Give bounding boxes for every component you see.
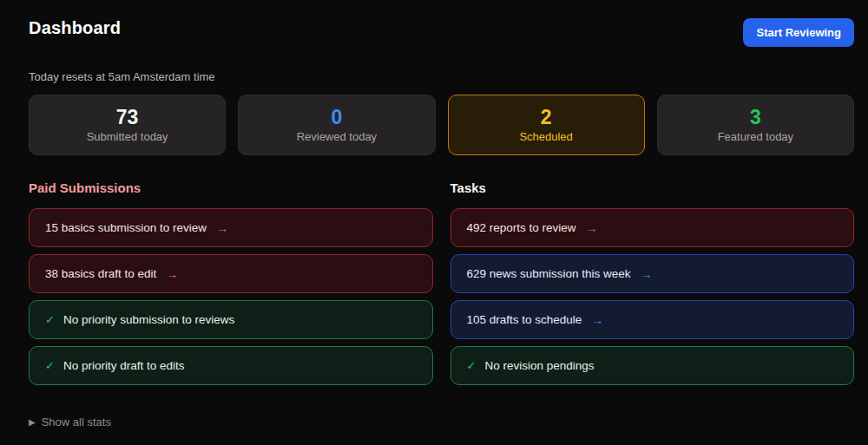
stat-value-submitted: 73 (116, 108, 139, 128)
stat-card-reviewed: 0 Reviewed today (238, 95, 435, 155)
header: Dashboard Start Reviewing (29, 18, 854, 47)
list-item-no-priority-draft: ✓ No priority draft to edits (29, 346, 433, 385)
stat-label-reviewed: Reviewed today (297, 130, 378, 143)
list-item-label: 15 basics submission to review (45, 221, 207, 234)
triangle-right-icon: ▶ (29, 417, 36, 427)
arrow-right-icon: → (641, 267, 653, 281)
list-item-label: 492 reports to review (467, 221, 576, 234)
check-icon: ✓ (45, 359, 55, 372)
list-item-no-revision-pending: ✓ No revision pendings (450, 346, 855, 385)
arrow-right-icon: → (216, 221, 228, 235)
arrow-right-icon: → (166, 267, 178, 281)
stat-card-scheduled: 2 Scheduled (448, 95, 645, 155)
task-columns: Paid Submissions 15 basics submission to… (29, 180, 854, 392)
check-icon: ✓ (45, 313, 55, 326)
list-item-label: No priority submission to reviews (63, 313, 234, 326)
stat-label-submitted: Submitted today (87, 130, 168, 143)
stat-value-scheduled: 2 (541, 108, 552, 128)
list-item-label: 38 basics draft to edit (45, 267, 156, 280)
stat-value-featured: 3 (750, 108, 761, 128)
list-item-label: No revision pendings (484, 359, 594, 372)
tasks-title: Tasks (450, 180, 855, 195)
stat-value-reviewed: 0 (331, 108, 342, 128)
list-item-basics-draft[interactable]: 38 basics draft to edit → (29, 254, 433, 293)
list-item-reports-to-review[interactable]: 492 reports to review → (450, 208, 855, 247)
list-item-drafts-to-schedule[interactable]: 105 drafts to schedule → (450, 300, 855, 339)
paid-submissions-section: Paid Submissions 15 basics submission to… (29, 180, 433, 392)
list-item-label: No priority draft to edits (63, 359, 185, 372)
list-item-label: 629 news submission this week (467, 267, 631, 280)
list-item-basics-submission[interactable]: 15 basics submission to review → (29, 208, 433, 247)
show-all-stats-toggle[interactable]: ▶ Show all stats (29, 416, 111, 429)
list-item-no-priority-submission: ✓ No priority submission to reviews (29, 300, 433, 339)
dashboard-page: Dashboard Start Reviewing Today resets a… (0, 0, 868, 429)
arrow-right-icon: → (586, 221, 598, 235)
arrow-right-icon: → (591, 313, 603, 327)
show-all-stats-label: Show all stats (42, 416, 111, 429)
list-item-news-submission[interactable]: 629 news submission this week → (450, 254, 855, 293)
stat-card-submitted: 73 Submitted today (29, 95, 226, 155)
paid-submissions-title: Paid Submissions (29, 180, 433, 195)
start-reviewing-button[interactable]: Start Reviewing (743, 18, 854, 47)
page-title: Dashboard (29, 18, 121, 38)
stats-row: 73 Submitted today 0 Reviewed today 2 Sc… (29, 95, 854, 155)
stat-card-featured: 3 Featured today (657, 95, 854, 155)
reset-time-note: Today resets at 5am Amsterdam time (29, 70, 854, 83)
stat-label-scheduled: Scheduled (519, 130, 572, 143)
list-item-label: 105 drafts to schedule (467, 313, 582, 326)
tasks-section: Tasks 492 reports to review → 629 news s… (450, 180, 855, 392)
stat-label-featured: Featured today (718, 130, 793, 143)
check-icon: ✓ (467, 359, 477, 372)
